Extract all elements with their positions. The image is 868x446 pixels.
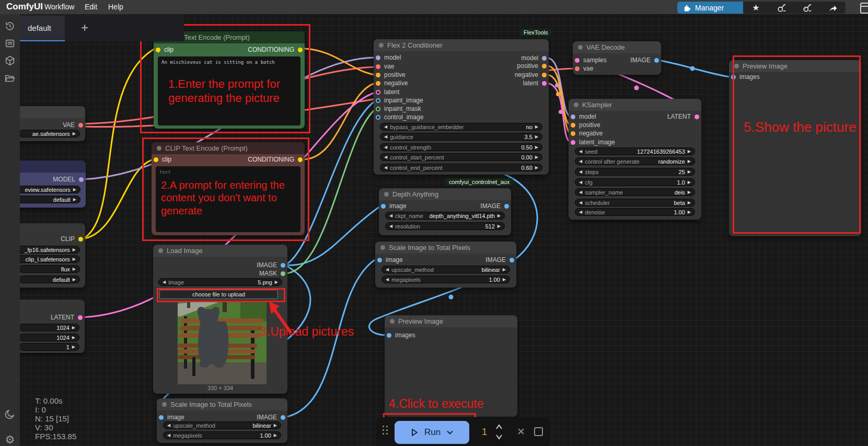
widget-control-strength[interactable]: ◀control_strength0.50▶ xyxy=(380,143,542,151)
collapse-dot[interactable] xyxy=(379,43,384,48)
queue-icon[interactable] xyxy=(4,37,16,50)
model-port-dot[interactable] xyxy=(376,55,380,60)
input-negative[interactable]: negative xyxy=(571,130,603,137)
collapse-dot[interactable] xyxy=(578,45,583,50)
node-ksampler[interactable]: KSampler model positive negative latent_… xyxy=(569,99,701,220)
output-model[interactable]: model xyxy=(521,54,547,62)
node-title[interactable]: Scale Image to Total Pixels xyxy=(157,398,287,410)
latent-port-dot[interactable] xyxy=(78,315,83,320)
output-image[interactable]: IMAGE xyxy=(485,256,514,264)
image-port-dot[interactable] xyxy=(376,115,380,120)
widget-megapixels[interactable]: ◀megapixels1.00▶ xyxy=(163,431,281,439)
input-image[interactable]: image xyxy=(377,256,403,264)
next-arrow-icon[interactable]: ▶ xyxy=(73,267,76,271)
widget-height[interactable]: 1024 ▶ xyxy=(19,334,79,341)
output-positive[interactable]: positive xyxy=(517,62,547,70)
model-port-dot[interactable] xyxy=(542,56,547,61)
widget-control-start[interactable]: ◀control_start_percent0.00▶ xyxy=(380,153,542,161)
widget-cfg[interactable]: ◀cfg1.0▶ xyxy=(575,178,695,186)
panel-layout-icon[interactable] xyxy=(860,3,868,14)
settings-gear-icon[interactable]: ⚙ xyxy=(4,433,16,446)
image-port-dot[interactable] xyxy=(159,415,164,420)
node-flex2-conditioner[interactable]: Flex 2 Conditioner model vae positive ne… xyxy=(374,39,549,175)
menu-help[interactable]: Help xyxy=(108,3,123,11)
widget-sampler-name[interactable]: ◀sampler_namedeis▶ xyxy=(575,188,695,196)
widget-megapixels[interactable]: ◀megapixels1.00▶ xyxy=(381,276,510,283)
share-icon[interactable] xyxy=(828,3,838,13)
widget-clip-device[interactable]: default ▶ xyxy=(19,276,80,283)
latent-port-dot[interactable] xyxy=(695,115,699,119)
model-port-dot[interactable] xyxy=(79,177,84,182)
node-scale-image-2[interactable]: Scale Image to Total Pixels image IMAGE … xyxy=(157,398,287,443)
node-title[interactable]: Preview Image xyxy=(385,315,517,327)
vae-port-dot[interactable] xyxy=(78,123,83,128)
image-port-dot[interactable] xyxy=(281,263,285,268)
collapse-dot[interactable] xyxy=(574,102,578,107)
image-port-dot[interactable] xyxy=(504,204,509,209)
next-arrow-icon[interactable]: ▶ xyxy=(72,325,75,330)
node-title[interactable]: Depth Anything xyxy=(379,188,511,200)
collapse-dot[interactable] xyxy=(390,319,395,324)
input-latent-image[interactable]: latent_image xyxy=(571,139,615,146)
vacuum-icon[interactable] xyxy=(777,3,787,13)
widget-bypass-guidance[interactable]: ◀bypass_guidance_embedderno▶ xyxy=(380,123,542,131)
image-port-dot[interactable] xyxy=(376,98,380,103)
prev-arrow-icon[interactable]: ◀ xyxy=(163,280,166,284)
output-image[interactable]: IMAGE xyxy=(480,202,509,210)
new-tab-button[interactable]: + xyxy=(78,21,91,34)
output-latent[interactable]: LATENT xyxy=(667,113,699,120)
mask-port-dot[interactable] xyxy=(376,107,380,111)
input-model[interactable]: model xyxy=(571,113,596,120)
image-port-dot[interactable] xyxy=(281,415,285,420)
mask-port-dot[interactable] xyxy=(281,271,285,276)
next-arrow-icon[interactable]: ▶ xyxy=(72,345,75,349)
menu-workflow[interactable]: Workflow xyxy=(44,3,74,11)
input-model[interactable]: model xyxy=(376,54,401,61)
input-negative[interactable]: negative xyxy=(376,79,408,87)
image-port-dot[interactable] xyxy=(381,204,386,209)
widget-upscale-method[interactable]: ◀upscale_methodbilinear▶ xyxy=(163,421,281,429)
tab-default[interactable]: default xyxy=(20,16,65,41)
input-image[interactable]: image xyxy=(381,202,407,210)
widget-steps[interactable]: ◀steps25▶ xyxy=(575,168,695,176)
next-arrow-icon[interactable]: ▶ xyxy=(73,257,76,261)
input-control-image[interactable]: control_image xyxy=(376,113,423,121)
count-stepper[interactable] xyxy=(495,422,503,441)
collapse-dot[interactable] xyxy=(162,402,167,407)
output-image[interactable]: IMAGE xyxy=(630,56,659,64)
collapse-dot[interactable] xyxy=(380,245,385,250)
node-depth-anything[interactable]: Depth Anything image IMAGE ◀ckpt_namedep… xyxy=(379,188,511,235)
widget-control-after-generate[interactable]: ◀control after generaterandomize▶ xyxy=(575,157,695,165)
workflows-folder-icon[interactable] xyxy=(4,72,16,85)
input-positive[interactable]: positive xyxy=(376,71,406,78)
conditioning-port-dot[interactable] xyxy=(571,131,575,136)
node-vae-decode[interactable]: VAE Decode samples vae IMAGE xyxy=(573,41,661,75)
collapse-dot[interactable] xyxy=(384,192,389,197)
widget-denoise[interactable]: ◀denoise1.00▶ xyxy=(575,208,695,216)
input-inpaint-mask[interactable]: inpaint_mask xyxy=(376,105,421,112)
next-arrow-icon[interactable]: ▶ xyxy=(73,187,76,192)
widget-upscale-method[interactable]: ◀upscale_methodbilinear▶ xyxy=(381,266,510,273)
output-clip[interactable]: CLIP xyxy=(61,235,83,243)
input-image[interactable]: image xyxy=(159,414,184,421)
manager-button[interactable]: Manager xyxy=(677,2,743,14)
next-arrow-icon[interactable]: ▶ xyxy=(73,131,76,136)
next-arrow-icon[interactable]: ▶ xyxy=(73,277,76,282)
node-title[interactable]: Scale Image to Total Pixels xyxy=(375,242,516,254)
image-port-dot[interactable] xyxy=(510,258,514,262)
chevron-down-icon[interactable] xyxy=(446,428,454,437)
output-image[interactable]: IMAGE xyxy=(257,414,285,421)
next-arrow-icon[interactable]: ▶ xyxy=(73,197,76,202)
run-button[interactable]: Run xyxy=(395,421,469,444)
conditioning-port-dot[interactable] xyxy=(571,123,575,128)
cancel-icon[interactable]: ✕ xyxy=(513,424,529,440)
output-model[interactable]: MODEL xyxy=(53,176,84,183)
image-port-dot[interactable] xyxy=(654,58,659,63)
input-vae[interactable]: vae xyxy=(376,63,394,70)
latent-port-dot[interactable] xyxy=(376,90,380,95)
node-scale-image-1[interactable]: Scale Image to Total Pixels image IMAGE … xyxy=(375,242,516,288)
app-logo[interactable]: ComfyUI xyxy=(6,2,43,12)
drag-handle-icon[interactable] xyxy=(383,426,388,438)
node-title[interactable]: Flex 2 Conditioner xyxy=(374,39,549,51)
input-images[interactable]: images xyxy=(387,331,415,339)
